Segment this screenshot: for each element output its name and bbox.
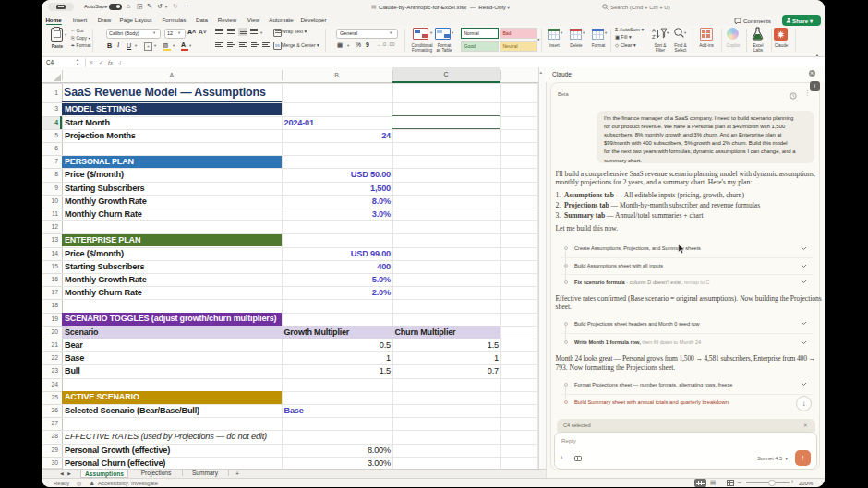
svg-text:A: A xyxy=(652,28,656,33)
svg-text:Z: Z xyxy=(652,34,656,40)
